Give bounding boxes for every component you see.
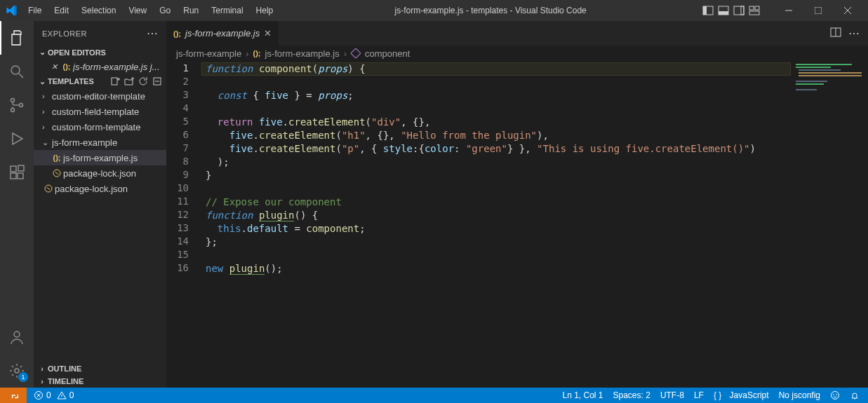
new-folder-icon[interactable] — [123, 76, 135, 86]
menu-terminal[interactable]: Terminal — [206, 3, 248, 18]
tab-close-icon[interactable]: ✕ — [264, 28, 272, 39]
svg-rect-43 — [796, 89, 817, 90]
tree-item[interactable]: ›custom-form-template — [34, 119, 166, 135]
source-control-icon[interactable] — [0, 88, 34, 122]
explorer-title: EXPLORER — [42, 29, 87, 38]
minimap[interactable] — [791, 61, 868, 388]
title-bar: FileEditSelectionViewGoRunTerminalHelp j… — [0, 0, 868, 21]
svg-point-50 — [836, 394, 837, 395]
svg-point-49 — [833, 394, 834, 395]
svg-rect-21 — [18, 165, 24, 171]
js-file-icon: (); — [60, 62, 73, 71]
svg-rect-1 — [703, 6, 707, 15]
svg-point-23 — [15, 369, 19, 373]
language-mode[interactable]: { } JavaScript — [714, 390, 769, 400]
svg-rect-39 — [799, 72, 862, 74]
menu-go[interactable]: Go — [154, 3, 176, 18]
tree-item[interactable]: ›custom-editor-template — [34, 88, 166, 104]
cursor-position[interactable]: Ln 1, Col 1 — [562, 390, 603, 400]
menu-bar: FileEditSelectionViewGoRunTerminalHelp — [22, 3, 279, 18]
tab-label: js-form-example.js — [185, 28, 260, 39]
accounts-icon[interactable] — [0, 320, 34, 354]
svg-rect-40 — [799, 75, 862, 76]
tree-item[interactable]: ();js-form-example.js — [34, 150, 166, 165]
explorer-more-icon[interactable]: ⋯ — [147, 27, 159, 40]
svg-rect-37 — [796, 67, 831, 68]
svg-rect-8 — [749, 11, 759, 15]
panel-bottom-icon[interactable] — [718, 5, 729, 16]
svg-rect-36 — [796, 64, 852, 65]
svg-point-13 — [11, 66, 20, 74]
svg-point-22 — [14, 332, 20, 337]
svg-rect-6 — [749, 6, 754, 10]
open-editors-section[interactable]: ⌄OPEN EDITORS — [34, 46, 166, 59]
explorer-header: EXPLORER ⋯ — [34, 21, 166, 46]
breadcrumb-folder[interactable]: js-form-example — [176, 48, 241, 59]
svg-point-48 — [832, 392, 839, 399]
layout-controls[interactable] — [702, 5, 760, 16]
feedback-icon[interactable] — [830, 390, 840, 400]
tree-item[interactable]: ›custom-field-template — [34, 104, 166, 119]
menu-edit[interactable]: Edit — [48, 3, 74, 18]
svg-rect-20 — [18, 173, 23, 179]
explorer-icon[interactable] — [0, 21, 34, 55]
svg-rect-5 — [741, 6, 744, 15]
svg-rect-4 — [734, 6, 744, 15]
extensions-icon[interactable] — [0, 156, 34, 189]
eol[interactable]: LF — [694, 390, 704, 400]
tree-item[interactable]: package-lock.json — [34, 181, 166, 196]
panel-right-icon[interactable] — [733, 5, 745, 16]
indentation[interactable]: Spaces: 2 — [613, 390, 650, 400]
panel-left-icon[interactable] — [702, 5, 714, 16]
minimize-button[interactable] — [774, 0, 803, 21]
menu-file[interactable]: File — [22, 3, 47, 18]
svg-point-17 — [20, 104, 23, 107]
workspace-section[interactable]: ⌄TEMPLATES — [34, 74, 166, 88]
settings-icon[interactable]: 1 — [0, 354, 34, 388]
remote-button[interactable] — [0, 388, 27, 403]
svg-rect-19 — [11, 173, 16, 179]
collapse-icon[interactable] — [151, 76, 163, 86]
layout-icon[interactable] — [749, 5, 760, 16]
jsconfig-status[interactable]: No jsconfig — [779, 390, 820, 400]
breadcrumb-file[interactable]: js-form-example.js — [265, 48, 340, 59]
encoding[interactable]: UTF-8 — [660, 390, 684, 400]
search-icon[interactable] — [0, 55, 34, 88]
refresh-icon[interactable] — [137, 76, 149, 86]
status-bar: 0 0 Ln 1, Col 1 Spaces: 2 UTF-8 LF { } J… — [0, 388, 868, 403]
window-title: js-form-example.js - templates - Visual … — [279, 6, 702, 15]
svg-rect-18 — [11, 166, 16, 172]
breadcrumb[interactable]: js-form-example › (); js-form-example.js… — [166, 46, 868, 61]
js-file-icon: (); — [253, 49, 261, 57]
close-icon[interactable]: ✕ — [48, 62, 60, 71]
activity-bar: 1 — [0, 21, 34, 388]
symbol-icon — [351, 48, 361, 58]
maximize-button[interactable] — [803, 0, 833, 21]
run-debug-icon[interactable] — [0, 122, 34, 156]
svg-rect-3 — [719, 11, 728, 15]
split-editor-icon[interactable] — [830, 27, 841, 38]
editor-more-icon[interactable]: ⋯ — [848, 27, 860, 40]
breadcrumb-symbol[interactable]: component — [365, 48, 410, 59]
svg-rect-35 — [351, 48, 361, 58]
code-editor[interactable]: function component(props) { const { five… — [201, 61, 791, 388]
svg-rect-24 — [112, 78, 117, 85]
outline-section[interactable]: ›OUTLINE — [34, 362, 166, 375]
menu-run[interactable]: Run — [178, 3, 204, 18]
menu-help[interactable]: Help — [251, 3, 279, 18]
notifications-icon[interactable] — [850, 390, 860, 400]
close-button[interactable] — [833, 0, 862, 21]
menu-view[interactable]: View — [123, 3, 152, 18]
explorer-panel: EXPLORER ⋯ ⌄OPEN EDITORS ✕ (); js-form-e… — [34, 21, 166, 388]
tab-active[interactable]: (); js-form-example.js ✕ — [166, 21, 279, 46]
tree-item[interactable]: ⌄js-form-example — [34, 135, 166, 150]
new-file-icon[interactable] — [109, 76, 121, 86]
svg-point-16 — [11, 109, 15, 112]
open-editor-item[interactable]: ✕ (); js-form-example.js j... — [34, 59, 166, 74]
editor-area: (); js-form-example.js ✕ ⋯ js-form-examp… — [166, 21, 868, 388]
timeline-section[interactable]: ›TIMELINE — [34, 375, 166, 388]
warnings-item[interactable]: 0 — [57, 390, 74, 400]
errors-item[interactable]: 0 — [34, 390, 51, 400]
menu-selection[interactable]: Selection — [76, 3, 121, 18]
tree-item[interactable]: package-lock.json — [34, 165, 166, 181]
